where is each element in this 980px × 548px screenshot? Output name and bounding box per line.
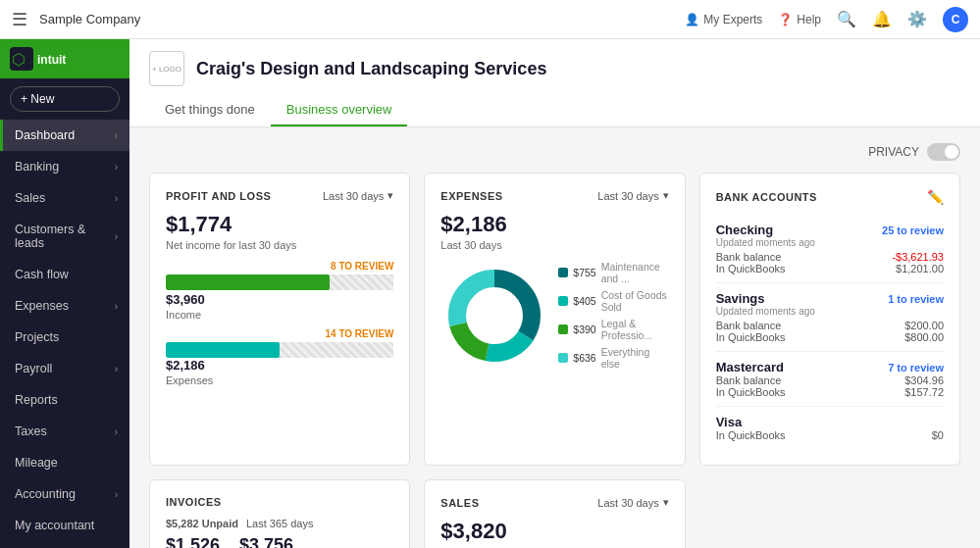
chevron-right-icon: › <box>115 364 118 374</box>
search-icon[interactable]: 🔍 <box>837 10 856 28</box>
person-icon: 👤 <box>685 13 699 26</box>
page-tabs: Get things done Business overview <box>149 94 960 126</box>
sidebar-item-sales[interactable]: Sales › <box>0 182 129 214</box>
cards-grid-top: PROFIT AND LOSS Last 30 days ▾ $1,774 Ne… <box>149 173 960 466</box>
pnl-amount: $1,774 <box>166 212 393 237</box>
svg-text:quickbooks: quickbooks <box>37 64 77 71</box>
sidebar: ⬡ intuit quickbooks + New Dashboard › Ba… <box>0 39 129 548</box>
bank-account-visa: Visa In QuickBooks $0 <box>716 407 944 449</box>
pnl-expenses-bar <box>166 342 393 358</box>
expenses-legend: $755 Maintenance and ... $405 Cost of Go… <box>558 261 668 370</box>
chevron-right-icon: › <box>115 130 118 141</box>
pnl-income-review[interactable]: 8 TO REVIEW <box>331 261 393 272</box>
dashboard-content: PRIVACY PROFIT AND LOSS Last 30 days ▾ $… <box>129 127 980 548</box>
expenses-card-title: EXPENSES <box>440 190 502 202</box>
sidebar-item-payroll[interactable]: Payroll › <box>0 353 129 384</box>
chevron-right-icon: › <box>115 162 118 173</box>
notification-icon[interactable]: 🔔 <box>872 10 892 28</box>
svg-text:⬡: ⬡ <box>12 51 26 68</box>
sidebar-item-apps[interactable]: Apps <box>0 541 129 548</box>
sidebar-item-reports[interactable]: Reports <box>0 384 129 416</box>
company-logo: + LOGO <box>149 51 184 86</box>
invoices-amounts: $1,526 Overdue $3,756 Not due yet <box>166 535 393 548</box>
invoices-not-due: $3,756 Not due yet <box>239 535 293 548</box>
expenses-card: EXPENSES Last 30 days ▾ $2,186 Last 30 d… <box>424 173 685 466</box>
pnl-income-bar <box>166 274 393 290</box>
sidebar-item-mileage[interactable]: Mileage <box>0 447 129 478</box>
sidebar-item-expenses[interactable]: Expenses › <box>0 290 129 322</box>
content-area: + LOGO Craig's Design and Landscaping Se… <box>129 39 980 548</box>
pnl-card-title: PROFIT AND LOSS <box>166 190 271 202</box>
pnl-subtitle: Net income for last 30 days <box>166 239 393 251</box>
tab-get-things-done[interactable]: Get things done <box>149 94 271 126</box>
pnl-expenses-review[interactable]: 14 TO REVIEW <box>325 328 393 339</box>
savings-review-link[interactable]: 1 to review <box>888 293 944 305</box>
invoices-overdue: $1,526 Overdue <box>166 535 220 548</box>
sales-card-title: SALES <box>440 497 479 509</box>
legend-item-3: $390 Legal & Professio... <box>558 318 668 341</box>
sidebar-item-projects[interactable]: Projects <box>0 322 129 353</box>
bank-account-savings: Savings 1 to review Updated moments ago … <box>716 283 944 352</box>
nav-actions: 👤 My Experts ❓ Help 🔍 🔔 ⚙️ C <box>685 7 968 32</box>
help-button[interactable]: ❓ Help <box>778 13 821 26</box>
sidebar-item-cash-flow[interactable]: Cash flow <box>0 259 129 290</box>
pnl-expenses-value: $2,186 <box>166 358 393 373</box>
invoices-card-title: INVOICES <box>166 496 222 508</box>
settings-icon[interactable]: ⚙️ <box>907 10 927 28</box>
tab-business-overview[interactable]: Business overview <box>271 94 408 126</box>
mastercard-review-link[interactable]: 7 to review <box>888 362 944 374</box>
chevron-right-icon: › <box>115 426 118 437</box>
chevron-down-icon: ▾ <box>663 496 669 509</box>
sidebar-logo[interactable]: ⬡ intuit quickbooks <box>0 39 129 78</box>
company-name: Sample Company <box>39 12 673 26</box>
page-title: Craig's Design and Landscaping Services <box>196 59 546 79</box>
bank-accounts-card: BANK ACCOUNTS ✏️ Checking 25 to review U… <box>699 173 960 466</box>
expenses-donut-chart <box>440 262 548 370</box>
expenses-period-selector[interactable]: Last 30 days ▾ <box>597 189 668 202</box>
profit-loss-card: PROFIT AND LOSS Last 30 days ▾ $1,774 Ne… <box>149 173 410 466</box>
cards-grid-bottom: INVOICES $5,282 Unpaid Last 365 days $1,… <box>149 479 960 548</box>
pnl-period-selector[interactable]: Last 30 days ▾ <box>323 189 393 202</box>
hamburger-icon[interactable]: ☰ <box>12 9 27 30</box>
pnl-income-value: $3,960 <box>166 292 205 307</box>
sales-card: SALES Last 30 days ▾ $3,820 Last 30 days… <box>424 479 685 548</box>
sidebar-item-accounting[interactable]: Accounting › <box>0 478 129 510</box>
sidebar-item-my-accountant[interactable]: My accountant <box>0 510 129 541</box>
legend-item-2: $405 Cost of Goods Sold <box>558 289 668 313</box>
sidebar-item-banking[interactable]: Banking › <box>0 151 129 182</box>
bank-card-title: BANK ACCOUNTS <box>716 191 817 203</box>
bank-accounts-header: BANK ACCOUNTS ✏️ <box>716 189 944 205</box>
sidebar-item-dashboard[interactable]: Dashboard › <box>0 120 129 151</box>
checking-review-link[interactable]: 25 to review <box>882 224 944 236</box>
bank-account-checking: Checking 25 to review Updated moments ag… <box>716 215 944 283</box>
privacy-row: PRIVACY <box>149 143 960 161</box>
privacy-toggle[interactable] <box>927 143 960 161</box>
chevron-right-icon: › <box>115 231 118 242</box>
legend-item-1: $755 Maintenance and ... <box>558 261 668 284</box>
bank-edit-icon[interactable]: ✏️ <box>927 189 944 205</box>
bank-account-mastercard: Mastercard 7 to review Bank balance $304… <box>716 352 944 407</box>
sidebar-item-customers-leads[interactable]: Customers & leads › <box>0 214 129 259</box>
sidebar-item-taxes[interactable]: Taxes › <box>0 416 129 447</box>
pnl-expenses-row-label: Expenses <box>166 374 393 386</box>
chevron-down-icon: ▾ <box>387 189 393 202</box>
invoices-card: INVOICES $5,282 Unpaid Last 365 days $1,… <box>149 479 410 548</box>
quickbooks-logo: ⬡ intuit quickbooks <box>10 47 108 71</box>
legend-item-4: $636 Everything else <box>558 346 668 370</box>
sales-period-selector[interactable]: Last 30 days ▾ <box>597 496 668 509</box>
avatar[interactable]: C <box>943 7 968 32</box>
chevron-right-icon: › <box>115 489 118 500</box>
my-experts-button[interactable]: 👤 My Experts <box>685 13 762 26</box>
chevron-right-icon: › <box>115 193 118 204</box>
page-header: + LOGO Craig's Design and Landscaping Se… <box>129 39 980 127</box>
new-button[interactable]: + New <box>10 86 120 112</box>
expenses-subtitle: Last 30 days <box>440 239 668 251</box>
expenses-amount: $2,186 <box>440 212 668 237</box>
bottom-right-spacer <box>699 479 960 548</box>
help-icon: ❓ <box>778 13 793 26</box>
pnl-income-row-label: Income <box>166 309 393 321</box>
sales-amount: $3,820 <box>440 519 668 544</box>
top-navigation: ☰ Sample Company 👤 My Experts ❓ Help 🔍 🔔… <box>0 0 980 39</box>
privacy-label: PRIVACY <box>868 145 919 159</box>
expenses-donut-container: $755 Maintenance and ... $405 Cost of Go… <box>440 261 668 370</box>
